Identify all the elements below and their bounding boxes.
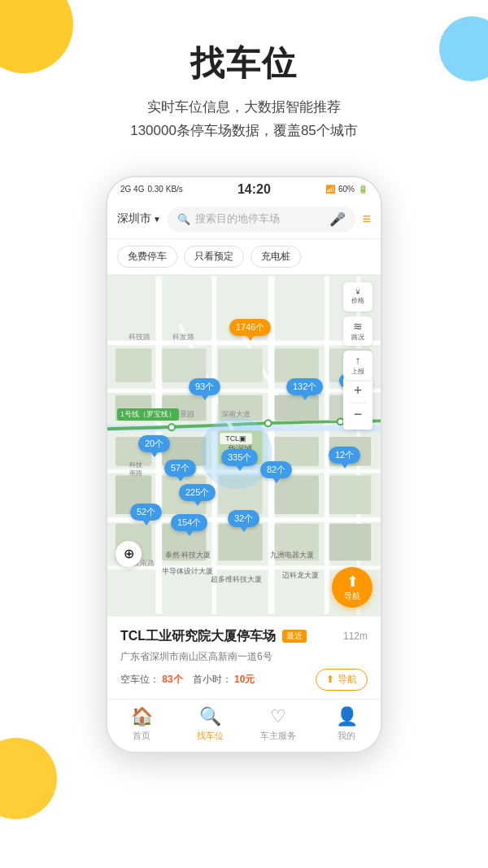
svg-text:半导体设计大厦: 半导体设计大厦 <box>162 567 213 575</box>
bottom-nav: 🏠 首页 🔍 找车位 ♡ 车主服务 👤 我的 <box>107 699 381 752</box>
subtitle: 实时车位信息，大数据智能推荐 130000条停车场数据，覆盖85个城市 <box>24 96 464 143</box>
svg-rect-19 <box>162 348 206 382</box>
user-icon: 👤 <box>336 706 358 727</box>
svg-rect-29 <box>275 395 319 421</box>
status-time: 14:20 <box>237 182 271 197</box>
parking-card: TCL工业研究院大厦停车场 最近 112m 广东省深圳市南山区高新南一道6号 空… <box>107 616 381 699</box>
nav-btn-icon: ⬆ <box>326 674 334 685</box>
city-name: 深圳市 <box>117 212 151 226</box>
city-selector[interactable]: 深圳市 ▼ <box>117 212 161 226</box>
map-pin-57[interactable]: 57个 <box>164 460 196 477</box>
status-left: 2G 4G 0.30 KB/s <box>120 185 183 194</box>
price-stat: 首小时： 10元 <box>193 673 255 687</box>
side-icons: ¥ 价格 ≋ 路况 ↑ 上报 <box>343 282 373 380</box>
wifi-icon: 📶 <box>325 185 335 194</box>
phone-container: 2G 4G 0.30 KB/s 14:20 📶 60% 🔋 深圳市 ▼ 🔍 搜索… <box>0 176 488 753</box>
subway-line-label: 1号线（罗宝线） <box>117 408 179 421</box>
svg-rect-24 <box>218 348 262 382</box>
map-pin-225[interactable]: 225个 <box>179 484 216 501</box>
nav-car-service[interactable]: ♡ 车主服务 <box>254 706 303 742</box>
zoom-control: + − <box>343 377 373 430</box>
svg-rect-4 <box>325 276 329 613</box>
filter-tag-charge[interactable]: 充电桩 <box>251 246 301 268</box>
distance-text: 112m <box>343 630 368 642</box>
parking-nav-button[interactable]: ⬆ 导航 <box>316 669 368 691</box>
svg-rect-31 <box>275 475 319 513</box>
status-bar: 2G 4G 0.30 KB/s 14:20 📶 60% 🔋 <box>107 177 381 200</box>
svg-text:科技: 科技 <box>129 460 142 468</box>
nav-home[interactable]: 🏠 首页 <box>117 706 166 742</box>
location-button[interactable]: ⊕ <box>115 541 142 567</box>
nav-float-icon: ⬆ <box>346 573 359 591</box>
map-pin-82[interactable]: 82个 <box>260 461 292 478</box>
nav-float-label: 导航 <box>344 591 360 602</box>
svg-rect-28 <box>275 348 319 382</box>
nav-float-button[interactable]: ⬆ 导航 <box>332 567 373 608</box>
filter-bar: 免费停车 只看预定 充电桩 <box>107 239 381 274</box>
map-pin-154[interactable]: 154个 <box>171 514 207 531</box>
spaces-stat: 空车位： 83个 <box>120 673 183 687</box>
nav-car-label: 车主服务 <box>260 730 296 742</box>
battery-icon: 🔋 <box>358 185 368 194</box>
svg-text:九洲电器大厦: 九洲电器大厦 <box>270 551 314 559</box>
map-pin-32[interactable]: 32个 <box>228 510 259 527</box>
svg-text:TCL▣: TCL▣ <box>225 434 246 443</box>
search-input-box[interactable]: 🔍 搜索目的地停车场 🎤 <box>168 207 356 232</box>
parking-name: TCL工业研究院大厦停车场 <box>120 628 276 645</box>
price-icon[interactable]: ¥ 价格 <box>343 282 373 312</box>
nav-find-label: 找车位 <box>197 730 224 742</box>
map-pin-132[interactable]: 132个 <box>286 378 323 395</box>
heart-icon: ♡ <box>270 706 286 727</box>
phone-mockup: 2G 4G 0.30 KB/s 14:20 📶 60% 🔋 深圳市 ▼ 🔍 搜索… <box>106 176 382 753</box>
svg-rect-37 <box>329 524 371 560</box>
battery-text: 60% <box>338 185 355 194</box>
svg-text:科技路: 科技路 <box>129 332 150 340</box>
svg-text:深南大道: 深南大道 <box>221 410 251 418</box>
parking-stats: 空车位： 83个 首小时： 10元 <box>120 673 255 687</box>
svg-text:迈科龙大厦: 迈科龙大厦 <box>282 571 319 579</box>
nav-find-parking[interactable]: 🔍 找车位 <box>185 706 234 742</box>
search-icon: 🔍 <box>199 706 221 727</box>
nav-btn-label: 导航 <box>338 673 357 687</box>
search-placeholder: 搜索目的地停车场 <box>195 212 280 226</box>
map-pin-52[interactable]: 52个 <box>130 504 162 521</box>
zoom-out-button[interactable]: − <box>346 403 369 426</box>
parking-info-row: 空车位： 83个 首小时： 10元 ⬆ 导航 <box>120 669 368 691</box>
nav-home-label: 首页 <box>133 730 150 742</box>
svg-rect-7 <box>107 389 381 393</box>
nav-profile[interactable]: 👤 我的 <box>322 706 371 742</box>
traffic-icon[interactable]: ≋ 路况 <box>343 316 373 346</box>
map-pin-335[interactable]: 335个 <box>221 449 258 466</box>
search-bar: 深圳市 ▼ 🔍 搜索目的地停车场 🎤 ≡ <box>107 200 381 239</box>
report-icon[interactable]: ↑ 上报 <box>343 351 373 380</box>
page-title: 找车位 <box>24 41 464 86</box>
svg-point-56 <box>168 424 175 430</box>
svg-text:南路: 南路 <box>129 469 142 476</box>
map-pin-1746[interactable]: 1746个 <box>229 319 271 336</box>
menu-icon[interactable]: ≡ <box>362 211 371 228</box>
header-section: 找车位 实时车位信息，大数据智能推荐 130000条停车场数据，覆盖85个城市 <box>0 0 488 159</box>
kb-text: 0.30 KB/s <box>147 185 182 194</box>
signal-text: 2G 4G <box>120 185 144 194</box>
filter-tag-reserve[interactable]: 只看预定 <box>184 246 244 268</box>
map-pin-20[interactable]: 20个 <box>138 435 170 452</box>
svg-point-57 <box>265 420 272 426</box>
mic-icon[interactable]: 🎤 <box>329 212 346 227</box>
svg-rect-14 <box>115 348 151 382</box>
search-icon: 🔍 <box>177 213 190 225</box>
parking-address: 广东省深圳市南山区高新南一道6号 <box>120 650 368 664</box>
map-area[interactable]: 华润城 TCL▣ 科技路 科发路 科技南路 深南大道 大冲新城花园 朗景园 科技… <box>107 274 381 616</box>
parking-card-header: TCL工业研究院大厦停车场 最近 112m <box>120 628 368 645</box>
status-right: 📶 60% 🔋 <box>325 185 368 194</box>
home-icon: 🏠 <box>131 706 153 727</box>
filter-tag-free[interactable]: 免费停车 <box>117 246 177 268</box>
svg-text:超多维科技大厦: 超多维科技大厦 <box>211 575 262 583</box>
map-pin-12[interactable]: 12个 <box>329 447 360 464</box>
svg-text:科发路: 科发路 <box>172 332 194 340</box>
nav-profile-label: 我的 <box>338 730 355 742</box>
location-icon: ⊕ <box>124 546 134 561</box>
chevron-down-icon: ▼ <box>153 215 161 224</box>
map-pin-93[interactable]: 93个 <box>189 378 220 395</box>
svg-text:泰然·科技大厦: 泰然·科技大厦 <box>165 551 211 559</box>
zoom-in-button[interactable]: + <box>346 380 369 403</box>
